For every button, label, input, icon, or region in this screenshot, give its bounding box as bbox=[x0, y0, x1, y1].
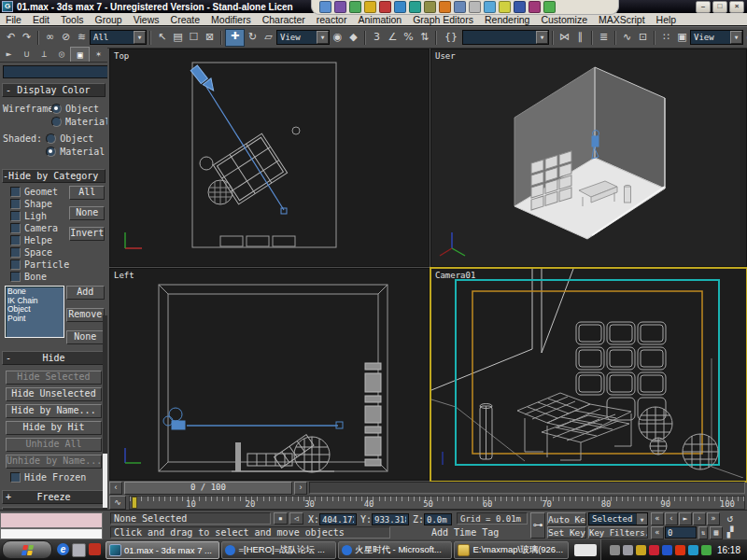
radio-wireframe-material[interactable]: Material bbox=[51, 116, 107, 127]
select-by-name-icon[interactable]: ▤ bbox=[170, 30, 186, 46]
show-desktop-icon[interactable] bbox=[72, 543, 86, 557]
viewport-user[interactable]: User bbox=[430, 49, 747, 267]
mini-curve-editor-icon[interactable]: ∿ bbox=[109, 496, 126, 510]
tab-display-icon[interactable]: ▣ bbox=[70, 47, 90, 62]
time-slider[interactable]: ‹ 0 / 100 › bbox=[107, 481, 747, 495]
tray-icon[interactable] bbox=[623, 545, 633, 555]
checkbox-icon[interactable] bbox=[10, 187, 21, 197]
tray-icon[interactable] bbox=[662, 545, 672, 555]
named-selection-sets-dropdown[interactable]: ▼ bbox=[462, 30, 549, 45]
window-crossing-icon[interactable]: ⊠ bbox=[202, 30, 218, 46]
frame-spinner-icon[interactable]: ⇅ bbox=[698, 526, 708, 539]
rollout-header[interactable]: - Hide bbox=[2, 351, 106, 365]
time-config-icon[interactable]: ▦ bbox=[710, 526, 723, 539]
category-checkbox[interactable]: Geomet bbox=[10, 186, 69, 198]
language-bar[interactable] bbox=[574, 544, 597, 556]
hide-action-button[interactable]: Unhide All bbox=[6, 438, 102, 452]
tray-icon[interactable] bbox=[675, 545, 685, 555]
select-object-icon[interactable]: ↖ bbox=[154, 30, 170, 46]
shortcut-icon[interactable] bbox=[543, 1, 556, 13]
checkbox-icon[interactable] bbox=[10, 199, 21, 209]
menu-item[interactable]: Modifiers bbox=[205, 14, 257, 25]
x-coordinate-field[interactable] bbox=[319, 513, 357, 525]
chevron-down-icon[interactable]: ▼ bbox=[536, 31, 548, 44]
taskbar-task-button[interactable]: E:\maxmap\玻璃(926... bbox=[454, 541, 568, 559]
current-frame-field[interactable] bbox=[665, 526, 697, 539]
tab-create-icon[interactable]: ► bbox=[0, 47, 18, 62]
category-checkbox[interactable]: Bone bbox=[10, 271, 69, 283]
maxscript-mini-listener[interactable] bbox=[0, 528, 103, 539]
radio-icon[interactable] bbox=[51, 104, 62, 114]
go-to-end-icon[interactable]: » bbox=[707, 512, 720, 525]
shortcut-icon[interactable] bbox=[529, 1, 541, 13]
menu-item[interactable]: Animation bbox=[352, 14, 407, 25]
time-slider-track[interactable] bbox=[309, 482, 745, 494]
shortcut-icon[interactable] bbox=[424, 1, 436, 13]
tray-icon[interactable] bbox=[649, 545, 659, 555]
shortcut-icon[interactable] bbox=[454, 1, 466, 13]
snap-toggle-3d-icon[interactable]: 3 bbox=[369, 30, 385, 46]
tab-modify-icon[interactable]: ∪ bbox=[18, 47, 35, 62]
radio-icon[interactable] bbox=[46, 133, 56, 144]
category-checkbox[interactable]: Ligh bbox=[10, 210, 69, 222]
rollout-header[interactable]: + Freeze bbox=[2, 490, 106, 504]
category-action-button[interactable]: Invert bbox=[69, 227, 105, 241]
viewport-label[interactable]: Camera01 bbox=[435, 271, 475, 280]
viewport-label[interactable]: Top bbox=[114, 51, 129, 61]
list-action-button[interactable]: None bbox=[66, 330, 105, 344]
category-action-button[interactable]: All bbox=[69, 186, 105, 200]
hide-action-button[interactable]: Unhide by Name... bbox=[6, 455, 102, 469]
min-max-toggle-icon[interactable]: ▞ bbox=[723, 526, 738, 539]
chevron-down-icon[interactable]: ▼ bbox=[636, 513, 647, 525]
minimize-button[interactable]: – bbox=[696, 1, 711, 13]
select-and-scale-icon[interactable]: ▱ bbox=[261, 30, 276, 46]
viewport-left[interactable]: Left bbox=[109, 268, 430, 481]
close-button[interactable]: × bbox=[729, 1, 744, 13]
menu-item[interactable]: Create bbox=[165, 14, 206, 25]
z-coordinate-field[interactable] bbox=[424, 513, 452, 525]
shortcut-icon[interactable] bbox=[484, 1, 496, 13]
shortcut-icon[interactable] bbox=[394, 1, 406, 13]
absolute-offset-mode-icon[interactable]: ◁ bbox=[289, 512, 303, 525]
radio-shaded-object[interactable]: Object bbox=[46, 133, 105, 144]
shortcut-icon[interactable] bbox=[319, 1, 331, 13]
list-item[interactable]: IK Chain Object bbox=[7, 297, 62, 315]
chevron-down-icon[interactable]: ▼ bbox=[134, 31, 146, 44]
taskbar-task-button[interactable]: =[HERO]=战队论坛 ... bbox=[221, 541, 335, 559]
add-time-tag[interactable]: Add Time Tag bbox=[431, 526, 499, 539]
menu-item[interactable]: Customize bbox=[535, 14, 593, 25]
app-quick-launch-icon[interactable] bbox=[89, 543, 101, 555]
menu-item[interactable]: Tools bbox=[55, 14, 90, 25]
start-button[interactable] bbox=[2, 540, 52, 559]
tab-utilities-icon[interactable]: ✶ bbox=[90, 47, 107, 62]
checkbox-icon[interactable] bbox=[10, 247, 21, 258]
viewport-label[interactable]: User bbox=[435, 51, 456, 61]
menu-item[interactable]: Edit bbox=[27, 14, 55, 25]
radio-icon[interactable] bbox=[51, 117, 62, 127]
hide-action-button[interactable]: Hide Unselected bbox=[6, 387, 102, 401]
shortcut-icon[interactable] bbox=[469, 1, 481, 13]
time-marker[interactable] bbox=[132, 497, 137, 509]
bind-to-spacewarp-icon[interactable]: ≋ bbox=[74, 30, 90, 46]
time-slider-thumb[interactable]: 0 / 100 bbox=[124, 482, 292, 495]
unlink-selection-icon[interactable]: ⊘ bbox=[58, 30, 74, 46]
shortcut-icon[interactable] bbox=[499, 1, 511, 13]
auto-key-button[interactable]: Auto Key bbox=[547, 512, 586, 525]
select-and-move-icon[interactable]: ✚ bbox=[225, 29, 245, 47]
taskbar-task-button[interactable]: 01.max - 3ds max 7 ... bbox=[106, 541, 219, 559]
rollout-header[interactable]: - Display Color bbox=[2, 83, 106, 97]
align-icon[interactable]: ∥ bbox=[572, 30, 588, 46]
category-checkbox[interactable]: Shape bbox=[10, 198, 69, 210]
radio-icon[interactable] bbox=[46, 147, 56, 157]
key-filters-button[interactable]: Key Filters... bbox=[588, 526, 648, 539]
checkbox-icon[interactable] bbox=[10, 211, 21, 221]
go-to-start-icon[interactable]: « bbox=[651, 512, 664, 525]
percent-snap-icon[interactable]: % bbox=[401, 30, 416, 46]
undo-icon[interactable]: ↶ bbox=[3, 30, 19, 46]
viewport-label[interactable]: Left bbox=[114, 271, 134, 280]
render-preset-dropdown[interactable]: View ▼ bbox=[690, 30, 743, 45]
radio-wireframe-object[interactable]: Object bbox=[51, 103, 107, 114]
checkbox-icon[interactable] bbox=[10, 223, 21, 233]
shortcut-icon[interactable] bbox=[514, 1, 526, 13]
track-bar-ruler[interactable]: 0102030405060708090100 bbox=[129, 496, 745, 510]
